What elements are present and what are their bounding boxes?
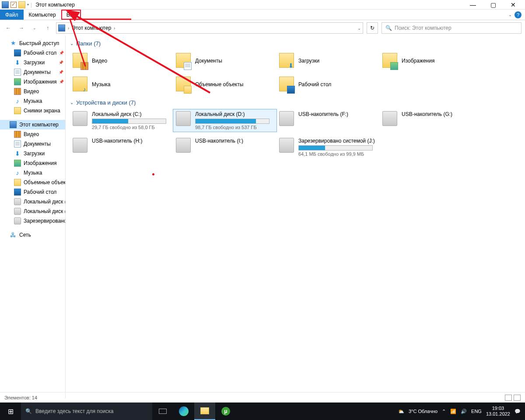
task-utorrent[interactable]: μ bbox=[215, 402, 236, 420]
taskbar: ⊞ 🔍 Введите здесь текст для поиска μ ⛅ 3… bbox=[0, 402, 525, 420]
taskbar-search[interactable]: 🔍 Введите здесь текст для поиска bbox=[21, 402, 152, 420]
window-title: Этот компьютер bbox=[35, 2, 75, 8]
sidebar-music[interactable]: ♪Музыка bbox=[0, 96, 65, 106]
pin-icon: 📌 bbox=[59, 51, 64, 55]
drive-free-text: 98,7 ГБ свободно из 537 ГБ bbox=[195, 125, 274, 130]
help-icon[interactable]: ? bbox=[514, 11, 522, 18]
drive-item[interactable]: USB-накопитель (F:) bbox=[276, 109, 380, 132]
tab-view[interactable]: Вид bbox=[61, 10, 81, 20]
sidebar-this-pc[interactable]: Этот компьютер bbox=[0, 120, 65, 130]
minimize-button[interactable]: — bbox=[463, 0, 483, 10]
view-large-icon[interactable] bbox=[514, 395, 521, 401]
drive-label: Локальный диск (D:) bbox=[195, 111, 274, 117]
sidebar-pc-downloads[interactable]: ⬇Загрузки bbox=[0, 149, 65, 158]
drive-icon bbox=[73, 138, 88, 153]
video-icon bbox=[14, 88, 21, 95]
drive-item[interactable]: Локальный диск (C:)29,7 ГБ свободно из 5… bbox=[70, 109, 173, 132]
music-icon: ♪ bbox=[14, 98, 21, 105]
sidebar-pc-objects[interactable]: Объемные объекты bbox=[0, 178, 65, 187]
sidebar-pc-desktop[interactable]: Рабочий стол bbox=[0, 187, 65, 197]
address-dropdown-icon[interactable]: ⌄ bbox=[357, 26, 361, 31]
sidebar-documents[interactable]: Документы📌 bbox=[0, 67, 65, 77]
drive-item[interactable]: Зарезервировано системой (J:)64,1 МБ сво… bbox=[276, 136, 380, 158]
sidebar-quick-access[interactable]: ★Быстрый доступ bbox=[0, 38, 65, 48]
qat-dropdown-icon[interactable]: ▾ bbox=[27, 3, 29, 7]
refresh-button[interactable]: ↻ bbox=[367, 22, 378, 34]
folder-item[interactable]: ♪Музыка bbox=[70, 74, 173, 95]
tab-file[interactable]: Файл bbox=[0, 10, 24, 20]
ribbon-expand-icon[interactable]: ⌄ bbox=[508, 12, 512, 17]
sidebar-videos[interactable]: Видео bbox=[0, 87, 65, 96]
notification-icon[interactable]: 💬 bbox=[514, 409, 521, 414]
drive-item[interactable]: USB-накопитель (H:) bbox=[70, 136, 173, 158]
nav-up-button[interactable]: ↑ bbox=[43, 23, 52, 33]
start-button[interactable]: ⊞ bbox=[0, 407, 21, 416]
sidebar-network[interactable]: 🖧Сеть bbox=[0, 230, 65, 240]
sidebar-drive-c[interactable]: Локальный диск (C:) bbox=[0, 197, 65, 206]
folder-item[interactable]: Изображения bbox=[380, 50, 483, 71]
folder-item[interactable]: Объемные объекты bbox=[173, 74, 276, 95]
tab-computer[interactable]: Компьютер bbox=[24, 10, 61, 20]
qat-folder-icon[interactable] bbox=[18, 1, 25, 8]
drive-label: USB-накопитель (F:) bbox=[298, 111, 377, 117]
drive-icon bbox=[14, 217, 21, 224]
sidebar-reserved[interactable]: Зарезервировано с bbox=[0, 216, 65, 226]
drive-icon bbox=[382, 111, 397, 126]
weather-text[interactable]: 3°C Облачно bbox=[409, 409, 438, 414]
pin-icon: 📌 bbox=[59, 80, 64, 84]
collapse-icon: ⌄ bbox=[70, 100, 74, 105]
task-explorer[interactable] bbox=[194, 402, 215, 420]
drive-free-text: 29,7 ГБ свободно из 58,0 ГБ bbox=[92, 125, 171, 130]
search-input[interactable]: 🔍 Поиск: Этот компьютер bbox=[382, 22, 522, 34]
nav-back-button[interactable]: ← bbox=[4, 23, 13, 33]
sidebar-pc-documents[interactable]: Документы bbox=[0, 139, 65, 149]
task-edge[interactable] bbox=[173, 402, 194, 420]
nav-history-button[interactable]: ⌄ bbox=[30, 23, 39, 33]
sidebar-pc-pictures[interactable]: Изображения bbox=[0, 158, 65, 168]
view-details-icon[interactable] bbox=[505, 395, 512, 401]
maximize-button[interactable]: ▢ bbox=[483, 0, 503, 10]
weather-icon[interactable]: ⛅ bbox=[398, 409, 404, 414]
tray-expand-icon[interactable]: ⌃ bbox=[442, 409, 446, 414]
folder-label: Музыка bbox=[92, 81, 110, 88]
group-drives-header[interactable]: ⌄ Устройства и диски (7) bbox=[70, 99, 521, 106]
document-icon bbox=[14, 140, 21, 147]
wifi-icon[interactable]: 📶 bbox=[450, 409, 456, 414]
folder-item[interactable]: ⬇Загрузки bbox=[276, 50, 380, 71]
close-button[interactable]: ✕ bbox=[503, 0, 523, 10]
sidebar-downloads[interactable]: ⬇Загрузки📌 bbox=[0, 58, 65, 67]
volume-icon[interactable]: 🔊 bbox=[461, 409, 467, 414]
drive-label: Локальный диск (C:) bbox=[92, 111, 171, 117]
language-indicator[interactable]: ENG bbox=[471, 409, 482, 414]
address-location: Этот компьютер bbox=[72, 25, 111, 31]
pin-icon: 📌 bbox=[59, 70, 63, 74]
address-bar[interactable]: › Этот компьютер › ⌄ bbox=[56, 22, 363, 34]
task-view-button[interactable] bbox=[152, 402, 173, 420]
qat-checkbox-icon[interactable]: ✓ bbox=[10, 2, 17, 8]
drive-item[interactable]: Локальный диск (D:)98,7 ГБ свободно из 5… bbox=[173, 109, 276, 132]
folder-label: Изображения bbox=[402, 58, 434, 64]
sidebar-screenshots[interactable]: Снимки экрана bbox=[0, 106, 65, 116]
status-elements: Элементов: 14 bbox=[4, 395, 37, 400]
pc-icon bbox=[10, 121, 17, 128]
sidebar-pc-music[interactable]: ♪Музыка bbox=[0, 168, 65, 178]
sidebar-pictures[interactable]: Изображения📌 bbox=[0, 77, 65, 87]
search-icon: 🔍 bbox=[385, 25, 392, 31]
drive-icon bbox=[279, 111, 294, 126]
folder-item[interactable]: Рабочий стол bbox=[276, 74, 380, 95]
search-placeholder: Поиск: Этот компьютер bbox=[395, 25, 452, 31]
drive-item[interactable]: USB-накопитель (I:) bbox=[173, 136, 276, 158]
sidebar-drive-d[interactable]: Локальный диск (D:) bbox=[0, 206, 65, 216]
nav-forward-button[interactable]: → bbox=[17, 23, 26, 33]
desktop-icon bbox=[14, 189, 21, 196]
group-folders-header[interactable]: ⌄ Папки (7) bbox=[70, 40, 521, 47]
drive-usage-bar bbox=[195, 119, 270, 124]
drive-item[interactable]: USB-накопитель (G:) bbox=[380, 109, 483, 132]
clock[interactable]: 19:03 13.01.2022 bbox=[486, 406, 510, 417]
sidebar-desktop[interactable]: Рабочий стол📌 bbox=[0, 48, 65, 58]
folder-item[interactable]: Документы bbox=[173, 50, 276, 71]
drive-label: USB-накопитель (H:) bbox=[92, 138, 171, 144]
folder-item[interactable]: Видео bbox=[70, 50, 173, 71]
music-icon: ♪ bbox=[14, 169, 21, 176]
sidebar-pc-videos[interactable]: Видео bbox=[0, 130, 65, 139]
